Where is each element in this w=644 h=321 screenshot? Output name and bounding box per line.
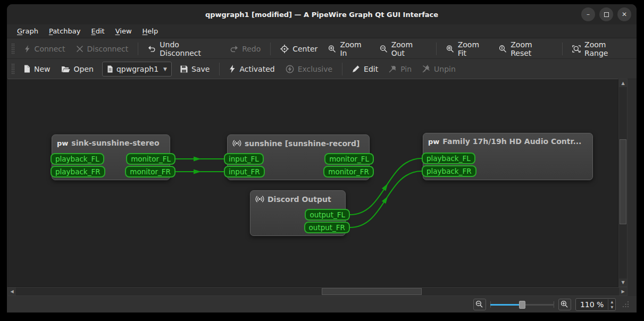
horizontal-scroll-thumb[interactable] <box>322 288 422 295</box>
node-title: Discord Output <box>267 195 331 204</box>
close-button[interactable]: ✕ <box>617 7 631 21</box>
port-discord-output-fl[interactable]: output_FL <box>305 209 350 221</box>
zoom-reset-label: Zoom Reset <box>511 40 553 57</box>
zoom-in-label: Zoom In <box>340 40 369 57</box>
toolbar-separator <box>138 43 138 55</box>
graph-toolbar: Connect Disconnect Undo Disconnect Redo … <box>7 39 637 59</box>
exclusive-icon <box>286 65 294 73</box>
patchbay-file-icon <box>107 65 113 73</box>
menu-view[interactable]: View <box>111 26 137 37</box>
zoom-range-button[interactable]: Zoom Range <box>567 37 634 61</box>
toolbar-separator <box>342 63 342 75</box>
save-label: Save <box>191 65 210 73</box>
center-icon <box>280 45 289 53</box>
zoom-fit-button[interactable]: Zoom Fit <box>441 37 494 61</box>
vertical-scroll-thumb[interactable] <box>620 139 626 224</box>
slider-track-empty <box>522 304 554 306</box>
center-label: Center <box>292 45 317 53</box>
port-family-playback-fl[interactable]: playback_FL <box>422 153 475 164</box>
pin-button[interactable]: Pin <box>383 62 417 77</box>
zoom-spinbox[interactable]: 110 % ▲ ▼ <box>575 298 616 311</box>
scroll-up-button[interactable]: ▲ <box>619 79 627 87</box>
patchbay-file-dropdown[interactable]: qpwgraph1 ▼ <box>102 62 172 77</box>
zoom-slider[interactable] <box>490 300 554 309</box>
connect-button[interactable]: Connect <box>18 41 71 56</box>
redo-icon <box>230 45 238 53</box>
zoom-out-icon <box>380 45 388 53</box>
menubar: Graph Patchbay Edit View Help <box>7 24 637 38</box>
undo-icon <box>148 45 156 53</box>
maximize-button[interactable] <box>599 7 613 21</box>
statusbar-wrap: 110 % ▲ ▼ <box>7 296 637 312</box>
port-sink-playback-fr[interactable]: playback_FR <box>51 166 105 178</box>
zoom-out-button[interactable]: Zoom Out <box>374 37 432 61</box>
stream-icon <box>232 139 241 148</box>
toolbar-drag-handle[interactable] <box>11 63 15 75</box>
pipewire-icon: pw <box>57 140 68 147</box>
zoom-out-icon <box>475 300 483 308</box>
port-sunshine-monitor-fr[interactable]: monitor_FR <box>323 166 374 178</box>
connect-label: Connect <box>35 45 65 53</box>
undo-label: Undo Disconnect <box>160 40 219 57</box>
new-button[interactable]: New <box>18 62 56 77</box>
toolbar-drag-handle[interactable] <box>11 43 15 55</box>
open-button[interactable]: Open <box>56 62 99 77</box>
zoom-slider-handle[interactable] <box>519 301 525 309</box>
patchbay-file-label: qpwgraph1 <box>116 65 158 73</box>
unpin-button[interactable]: Unpin <box>417 62 461 77</box>
menu-patchbay[interactable]: Patchbay <box>44 26 86 37</box>
exclusive-button[interactable]: Exclusive <box>280 62 338 77</box>
port-sink-playback-fl[interactable]: playback_FL <box>51 153 104 165</box>
redo-button[interactable]: Redo <box>224 41 266 56</box>
node-title: sink-sunshine-stereo <box>71 139 159 147</box>
port-sunshine-monitor-fl[interactable]: monitor_FL <box>324 153 374 165</box>
zoom-range-icon <box>572 45 581 53</box>
port-sunshine-input-fl[interactable]: input_FL <box>224 153 264 165</box>
vertical-scrollbar[interactable]: ▲ ▼ <box>618 79 628 287</box>
save-button[interactable]: Save <box>175 62 215 77</box>
scroll-left-button[interactable]: ◀ <box>8 288 16 295</box>
toolbar-separator <box>270 43 271 55</box>
zoom-reset-icon <box>499 45 507 53</box>
zoom-reset-button[interactable]: Zoom Reset <box>494 37 558 61</box>
spin-down-button[interactable]: ▼ <box>608 305 615 310</box>
activated-label: Activated <box>239 65 274 73</box>
zoom-in-icon <box>561 300 568 308</box>
port-sink-monitor-fr[interactable]: monitor_FR <box>125 166 175 178</box>
statusbar-zoom-out-button[interactable] <box>473 299 486 310</box>
zoom-fit-label: Zoom Fit <box>458 40 489 57</box>
stream-icon <box>255 195 264 204</box>
graph-canvas[interactable] <box>7 79 618 287</box>
horizontal-scrollbar[interactable]: ◀ ▶ <box>7 287 628 296</box>
statusbar-zoom-in-button[interactable] <box>558 299 571 310</box>
zoom-in-button[interactable]: Zoom In <box>323 37 374 61</box>
open-label: Open <box>74 65 94 73</box>
chevron-down-icon: ▼ <box>163 66 167 72</box>
edit-button[interactable]: Edit <box>347 62 383 77</box>
port-sink-monitor-fl[interactable]: monitor_FL <box>126 153 175 165</box>
menu-edit[interactable]: Edit <box>87 26 110 37</box>
titlebar[interactable]: qpwgraph1 [modified] — A PipeWire Graph … <box>7 4 637 24</box>
node-title: Family 17h/19h HD Audio Contr... <box>442 137 581 146</box>
activated-button[interactable]: Activated <box>224 62 280 77</box>
scroll-right-button[interactable]: ▶ <box>619 288 627 295</box>
port-sunshine-input-fr[interactable]: input_FR <box>224 166 265 178</box>
node-header: pw Family 17h/19h HD Audio Contr... <box>423 133 592 146</box>
toolbar-separator <box>219 63 220 75</box>
window-title: qpwgraph1 [modified] — A PipeWire Graph … <box>205 11 438 19</box>
maximize-icon <box>604 12 609 17</box>
center-button[interactable]: Center <box>275 41 323 56</box>
port-family-playback-fr[interactable]: playback_FR <box>422 165 476 177</box>
scroll-down-button[interactable]: ▼ <box>619 278 627 286</box>
undo-button[interactable]: Undo Disconnect <box>143 37 224 61</box>
menu-graph[interactable]: Graph <box>12 26 43 37</box>
new-file-icon <box>23 65 30 73</box>
port-discord-output-fr[interactable]: output_FR <box>304 222 350 233</box>
disconnect-button[interactable]: Disconnect <box>71 41 134 56</box>
minimize-button[interactable]: – <box>581 7 595 21</box>
menu-help[interactable]: Help <box>138 26 163 37</box>
resize-grip[interactable] <box>622 301 629 308</box>
window-controls: – ✕ <box>581 7 631 21</box>
node-header: pw sink-sunshine-stereo <box>52 135 170 147</box>
spin-up-button[interactable]: ▲ <box>608 299 615 305</box>
